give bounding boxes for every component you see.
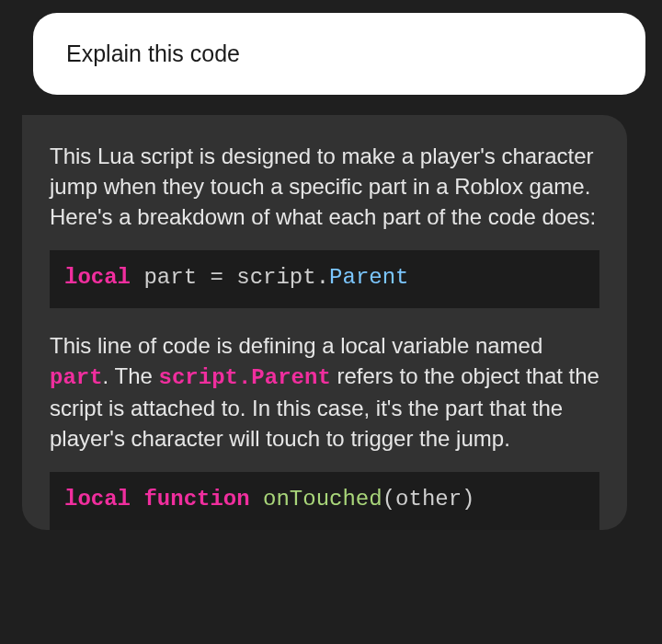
code-token-punct: = — [197, 265, 236, 290]
code-token-identifier: other — [395, 487, 462, 512]
code-token-keyword: local — [64, 265, 131, 290]
code-token-property: Parent — [329, 265, 408, 290]
user-message-text: Explain this code — [66, 40, 612, 67]
user-message-bubble: Explain this code — [33, 13, 645, 95]
code-token-punct: . — [316, 265, 329, 290]
code-token-identifier: part — [143, 265, 197, 290]
inline-code-part: part — [50, 365, 103, 390]
code-block-1[interactable]: local part = script.Parent — [50, 250, 599, 307]
assistant-intro-text: This Lua script is designed to make a pl… — [50, 141, 599, 232]
code-token-function: onTouched — [263, 487, 382, 512]
code-token-punct: ( — [382, 487, 395, 512]
assistant-message-bubble: This Lua script is designed to make a pl… — [22, 115, 627, 530]
assistant-paragraph-2: This line of code is defining a local va… — [50, 330, 599, 454]
inline-code-script-parent: script.Parent — [159, 365, 331, 390]
code-token-identifier: script — [236, 265, 315, 290]
text-fragment: . The — [103, 363, 159, 388]
code-token-punct: ) — [462, 487, 474, 512]
code-token-keyword: local — [64, 487, 131, 512]
code-block-2[interactable]: local function onTouched(other) — [50, 472, 599, 529]
code-token-keyword: function — [143, 487, 249, 512]
text-fragment: This line of code is defining a local va… — [50, 333, 542, 358]
